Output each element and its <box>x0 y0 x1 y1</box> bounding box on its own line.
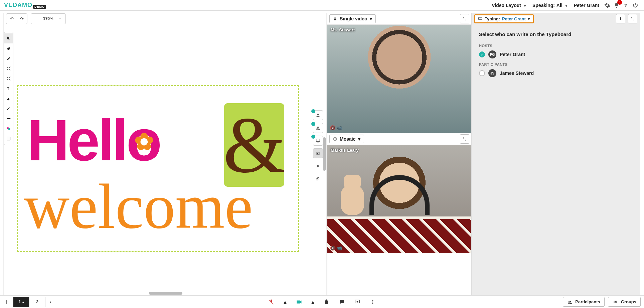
screen-button[interactable] <box>313 136 323 146</box>
expand-icon <box>463 17 467 21</box>
brand-name: VEDAMO <box>4 2 32 8</box>
expand-icon <box>631 17 635 21</box>
video-header: Single video ▾ <box>327 13 471 25</box>
expand-tool[interactable] <box>4 73 13 84</box>
add-participant-button[interactable] <box>313 110 323 120</box>
typeboard-button[interactable] <box>313 148 323 158</box>
play-button[interactable] <box>313 161 323 171</box>
speaking-label: Speaking: <box>532 3 555 8</box>
participants-button[interactable]: Participants <box>563 297 604 307</box>
text-tool[interactable]: T <box>4 84 13 94</box>
participant-unchecked-icon[interactable] <box>479 70 485 76</box>
people-icon <box>567 300 573 304</box>
video-expand-button[interactable] <box>460 14 469 23</box>
typeboard-panel: Typing: Peter Grant ▾ Select who can wri… <box>471 13 640 296</box>
speaking-menu[interactable]: Speaking: All <box>529 3 571 8</box>
svg-rect-5 <box>316 139 320 141</box>
svg-point-9 <box>372 300 373 301</box>
arrows-in-icon <box>6 66 11 71</box>
shapes-icon <box>6 126 11 131</box>
video-layout-label: Video Layout <box>492 3 521 8</box>
mosaic-header: Mosaic ▾ <box>327 133 471 145</box>
page-2[interactable]: 2 <box>29 297 45 307</box>
page-1-number: 1 <box>18 299 21 304</box>
help-button[interactable]: ? <box>621 1 631 10</box>
canvas-scroll-h[interactable] <box>149 292 182 295</box>
page-1[interactable]: 1 ▴ <box>13 297 29 307</box>
svg-text:T: T <box>7 87 9 91</box>
mic-muted-icon: 🔇 <box>330 125 335 130</box>
redo-button[interactable]: ↷ <box>18 16 25 21</box>
more-button[interactable] <box>370 299 376 305</box>
top-bar: VEDAMODEMO Video Layout Speaking: All Pe… <box>0 0 644 11</box>
share-screen-button[interactable] <box>354 299 360 305</box>
raise-hand-button[interactable] <box>324 299 330 305</box>
arrow-down-icon <box>619 17 623 21</box>
hosts-label: HOSTS <box>479 44 633 48</box>
select-tool[interactable] <box>4 33 13 43</box>
panel-expand-button[interactable] <box>628 14 637 23</box>
mosaic-dropdown[interactable]: Mosaic ▾ <box>329 135 364 143</box>
brand-tag: DEMO <box>33 5 46 9</box>
typeboard-header: Typing: Peter Grant ▾ <box>472 13 640 25</box>
add-group-button[interactable] <box>313 123 323 133</box>
svg-point-10 <box>372 301 373 302</box>
camera-options[interactable]: ▴ <box>311 298 314 306</box>
whiteboard-canvas[interactable]: Hello Hello✿ & welcome <box>3 13 327 296</box>
typing-dropdown[interactable]: Typing: Peter Grant ▾ <box>474 14 534 23</box>
mosaic-expand-button[interactable] <box>460 134 469 144</box>
help-icon: ? <box>623 2 629 8</box>
person-icon <box>316 113 320 118</box>
groups-button[interactable]: Groups <box>608 297 641 307</box>
participant-row[interactable]: JS James Steward <box>479 69 633 77</box>
speaking-value: All <box>556 3 562 8</box>
attach-button[interactable] <box>313 174 323 184</box>
mic-options[interactable]: ▴ <box>284 298 287 306</box>
host-row[interactable]: ✓ PG Peter Grant <box>479 50 633 58</box>
line-tool[interactable] <box>4 114 13 124</box>
video-layout-menu[interactable]: Video Layout <box>488 3 529 8</box>
groups-icon <box>612 300 618 304</box>
brand-logo: VEDAMODEMO <box>4 2 46 9</box>
eraser-tool[interactable] <box>4 94 13 104</box>
laser-icon <box>6 56 11 61</box>
typeboard-icon <box>316 151 320 156</box>
eraser-icon <box>6 96 11 101</box>
next-page-button[interactable]: › <box>45 299 55 304</box>
pan-tool[interactable] <box>4 43 13 53</box>
brush-tool[interactable] <box>4 104 13 114</box>
power-button[interactable] <box>631 1 640 10</box>
zoom-level: 170% <box>43 16 53 21</box>
mic-off-icon <box>268 299 274 305</box>
shapes-tool[interactable] <box>4 124 13 134</box>
flower-icon: ✿ <box>134 128 152 155</box>
zoom-in-button[interactable]: ＋ <box>57 16 63 22</box>
chat-button[interactable] <box>339 299 345 305</box>
video-tile-1[interactable]: Ms. Stewart 🔇 📹 <box>327 25 471 133</box>
svg-rect-7 <box>479 17 482 20</box>
hello-text: Hello Hello✿ <box>27 107 160 174</box>
settings-button[interactable] <box>603 1 612 10</box>
host-checked-icon[interactable]: ✓ <box>479 51 485 57</box>
kebab-icon <box>370 299 376 305</box>
collapse-tool[interactable] <box>4 63 13 73</box>
video-mode-dropdown[interactable]: Single video ▾ <box>329 14 376 23</box>
grid-icon <box>6 136 11 141</box>
expand-icon <box>463 137 467 141</box>
side-actions <box>312 110 324 184</box>
pointer-tool[interactable] <box>4 53 13 63</box>
video-tile-2-name: Markus Leary <box>331 148 359 153</box>
text-icon: T <box>6 86 11 91</box>
camera-toggle[interactable] <box>296 299 302 305</box>
zoom-out-button[interactable]: − <box>33 16 40 21</box>
mic-toggle[interactable] <box>268 299 274 305</box>
add-page-button[interactable]: ＋ <box>0 296 13 308</box>
headphones-graphic <box>369 175 430 215</box>
panel-down-button[interactable] <box>616 14 625 23</box>
undo-button[interactable]: ↶ <box>8 16 15 21</box>
grid-tool[interactable] <box>4 134 13 144</box>
video-tile-2[interactable]: Markus Leary 🔇 📹 <box>327 145 471 253</box>
notifications-button[interactable]: 4 <box>612 1 621 10</box>
grid-icon <box>333 137 337 141</box>
current-user[interactable]: Peter Grant <box>571 3 603 8</box>
